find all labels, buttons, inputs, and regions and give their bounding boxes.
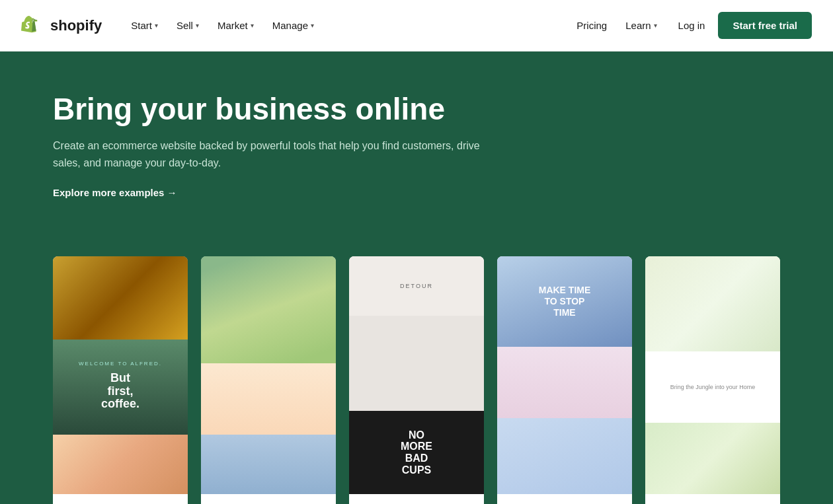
card-image-missboon: Bring the Jungle into your Home: [645, 256, 780, 494]
nav-left-items: Start ▾ Sell ▾ Market ▾ Manage ▾: [123, 15, 322, 36]
shopify-logo-icon: [21, 14, 45, 38]
cards-section: WELCOME TO ALFRED. Butfirst,coffee. FOOD…: [0, 236, 833, 504]
navbar: shopify Start ▾ Sell ▾ Market ▾ Manage ▾…: [0, 0, 833, 52]
chevron-down-icon: ▾: [196, 22, 199, 29]
cards-grid: WELCOME TO ALFRED. Butfirst,coffee. FOOD…: [53, 256, 780, 504]
card-body-alfred: FOOD & DRINK Alfred: [53, 494, 188, 504]
nav-login[interactable]: Log in: [668, 15, 716, 36]
nav-right-items: Pricing Learn ▾ Log in Start free trial: [569, 12, 812, 39]
nav-manage[interactable]: Manage ▾: [264, 15, 322, 36]
start-free-trial-button[interactable]: Start free trial: [718, 12, 812, 39]
card-image-alfred: WELCOME TO ALFRED. Butfirst,coffee.: [53, 256, 188, 494]
card-image-detour: DETOUR NOMOREBADCUPS: [349, 256, 484, 494]
card-body-corey: JEWELRY Corey Moranis: [201, 494, 336, 504]
nav-pricing[interactable]: Pricing: [569, 15, 615, 36]
hero-heading: Bring your business online: [53, 91, 450, 127]
hero-section: Bring your business online Create an eco…: [0, 52, 833, 236]
card-body-detour: FOOD & DRINK Detour Coffee: [349, 494, 484, 504]
chevron-down-icon: ▾: [654, 22, 657, 29]
card-corey[interactable]: JEWELRY Corey Moranis: [201, 256, 336, 504]
logo[interactable]: shopify: [21, 14, 102, 38]
card-body-then: BEAUTY & COSMETICS Then I Met You: [497, 494, 632, 504]
card-alfred[interactable]: WELCOME TO ALFRED. Butfirst,coffee. FOOD…: [53, 256, 188, 504]
nav-learn[interactable]: Learn ▾: [617, 15, 664, 36]
card-body-missboon: HOME & GARDEN Miss Boon: [645, 494, 780, 504]
hero-subtext: Create an ecommerce website backed by po…: [53, 137, 489, 171]
card-then[interactable]: MAKE TIMETO STOPTIME BEAUTY & COSMETICS …: [497, 256, 632, 504]
nav-market[interactable]: Market ▾: [210, 15, 262, 36]
chevron-down-icon: ▾: [251, 22, 254, 29]
explore-examples-link[interactable]: Explore more examples →: [53, 187, 177, 198]
nav-sell[interactable]: Sell ▾: [169, 15, 207, 36]
chevron-down-icon: ▾: [155, 22, 158, 29]
logo-text: shopify: [50, 17, 102, 34]
card-image-corey: [201, 256, 336, 494]
card-image-then: MAKE TIMETO STOPTIME: [497, 256, 632, 494]
chevron-down-icon: ▾: [311, 22, 314, 29]
card-missboon[interactable]: Bring the Jungle into your Home HOME & G…: [645, 256, 780, 504]
nav-start[interactable]: Start ▾: [123, 15, 166, 36]
card-detour[interactable]: DETOUR NOMOREBADCUPS FOOD & DRINK Detour…: [349, 256, 484, 504]
